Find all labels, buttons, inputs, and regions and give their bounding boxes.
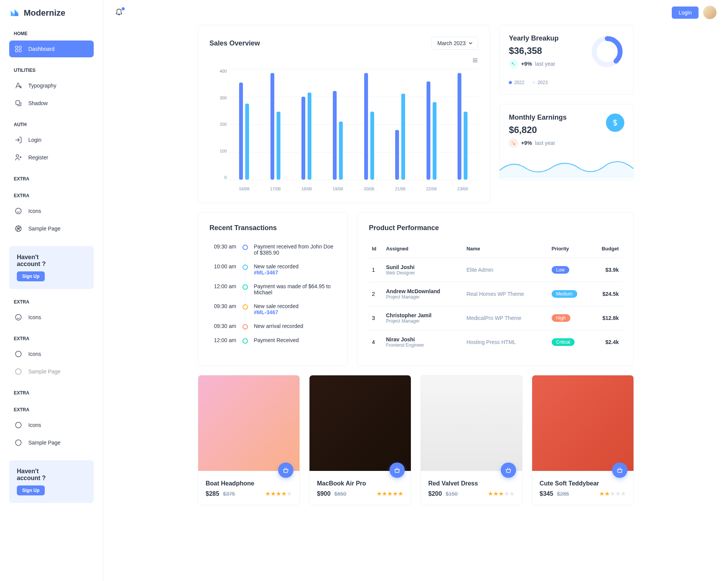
- logo-icon: [9, 8, 20, 18]
- sidebar: Modernize HOME Dashboard UTILITIES Typog…: [0, 0, 103, 581]
- typography-icon: [15, 82, 22, 89]
- nav-section-extra-1: EXTRA: [9, 175, 94, 183]
- table-row: 4 Nirav JoshiFrontend Engineer Hosting P…: [369, 330, 622, 354]
- register-icon: [15, 154, 22, 161]
- user-avatar[interactable]: [703, 6, 717, 19]
- notification-bell[interactable]: [115, 8, 124, 17]
- chart-menu-icon[interactable]: [210, 57, 479, 65]
- performance-card: Product Performance Id Assigned Name Pri…: [357, 212, 634, 366]
- nav-section-extra-5: EXTRA: [9, 389, 94, 397]
- signup-button[interactable]: Sign Up: [17, 271, 45, 281]
- logo[interactable]: Modernize: [9, 8, 94, 18]
- basket-icon: [505, 467, 512, 474]
- svg-rect-1: [19, 46, 21, 49]
- timeline-link[interactable]: #ML-3467: [254, 309, 278, 315]
- svg-point-8: [16, 315, 21, 320]
- table-row: 2 Andrew McDownlandProject Manager Real …: [369, 282, 622, 306]
- yearly-breakup-card: Yearly Breakup $36,358 ↖ +9% last year 2…: [499, 25, 634, 95]
- svg-rect-0: [16, 46, 18, 49]
- timeline-item: 12:00 am Payment Received: [210, 337, 336, 351]
- chevron-down-icon: [469, 41, 472, 45]
- earnings-sparkline: [500, 155, 633, 178]
- promo-box: Haven'taccount ? Sign Up: [9, 246, 94, 289]
- svg-rect-2: [16, 50, 18, 52]
- timeline-item: 10:00 am New sale recorded#ML-3467: [210, 263, 336, 283]
- timeline-item: 12:00 am Payment was made of $64.95 to M…: [210, 283, 336, 303]
- header: Login: [103, 0, 728, 25]
- shadow-icon: [15, 99, 22, 107]
- sales-bar-chart: 400300200100016/0817/0818/0819/0820/0821…: [210, 69, 479, 191]
- transactions-card: Recent Transactions 09:30 am Payment rec…: [198, 212, 348, 366]
- mood-icon: [15, 207, 22, 215]
- mood-icon: [15, 350, 22, 358]
- performance-title: Product Performance: [369, 224, 622, 232]
- trend-down-icon: ↘: [509, 138, 518, 148]
- nav-section-extra-6: EXTRA: [9, 406, 94, 414]
- svg-point-9: [16, 351, 21, 357]
- nav-sample-3[interactable]: Sample Page: [9, 434, 94, 451]
- nav-section-home: HOME: [9, 30, 94, 37]
- svg-point-6: [16, 208, 21, 214]
- timeline-item: 09:30 am New sale recorded#ML-3467: [210, 303, 336, 323]
- nav-typography[interactable]: Typography: [9, 77, 94, 94]
- add-to-cart-button[interactable]: [389, 463, 405, 478]
- nav-section-extra-4: EXTRA: [9, 335, 94, 342]
- nav-icons-1[interactable]: Icons: [9, 203, 94, 219]
- svg-point-10: [16, 369, 21, 375]
- nav-icons-4[interactable]: Icons: [9, 417, 94, 433]
- table-row: 3 Christopher JamilProject Manager Medic…: [369, 306, 622, 330]
- add-to-cart-button[interactable]: [278, 463, 293, 478]
- nav-login[interactable]: Login: [9, 131, 94, 148]
- nav-section-utilities: UTILITIES: [9, 67, 94, 74]
- basket-icon: [616, 467, 623, 474]
- table-row: 1 Sunil JoshiWeb Designer Elite Admin Lo…: [369, 258, 622, 282]
- signup-button-2[interactable]: Sign Up: [17, 485, 45, 495]
- product-card[interactable]: Red Valvet Dress $200 $150 ★★★★★: [420, 375, 523, 505]
- legend-2022: 2022: [509, 80, 524, 85]
- donut-chart: [590, 34, 624, 69]
- performance-table: Id Assigned Name Priority Budget 1 Sunil…: [369, 240, 622, 354]
- dashboard-icon: [15, 45, 22, 53]
- timeline-link[interactable]: #ML-3467: [254, 269, 278, 276]
- nav-dashboard[interactable]: Dashboard: [9, 41, 94, 57]
- mood-icon: [15, 313, 22, 321]
- nav-register[interactable]: Register: [9, 149, 94, 166]
- add-to-cart-button[interactable]: [501, 463, 516, 478]
- nav-section-auth: AUTH: [9, 121, 94, 128]
- login-button[interactable]: Login: [672, 6, 699, 19]
- product-card[interactable]: MacBook Air Pro $900 $650 ★★★★★: [309, 375, 411, 505]
- timeline-item: 09:30 am New arrival recorded: [210, 323, 336, 337]
- aperture-icon: [15, 368, 22, 375]
- svg-point-5: [16, 155, 19, 157]
- nav-icons-3[interactable]: Icons: [9, 346, 94, 362]
- nav-icons-2[interactable]: Icons: [9, 309, 94, 326]
- svg-rect-4: [16, 101, 20, 104]
- notification-dot: [122, 7, 125, 10]
- login-icon: [15, 136, 22, 144]
- monthly-earnings-card: Monthly Earnings $6,820 ↘ +9% last year: [499, 104, 634, 180]
- mood-icon: [15, 421, 22, 429]
- trend-up-icon: ↖: [509, 59, 518, 68]
- aperture-icon: [15, 225, 22, 232]
- timeline-item: 09:30 am Payment received from John Doe …: [210, 243, 336, 263]
- promo-box-2: Haven'taccount ? Sign Up: [9, 460, 94, 503]
- sales-overview-card: Sales Overview March 2023 40030020010001…: [198, 25, 490, 203]
- legend-2023: 2023: [532, 80, 548, 85]
- transactions-title: Recent Transactions: [210, 224, 336, 232]
- svg-point-12: [16, 440, 21, 446]
- month-select[interactable]: March 2023: [432, 37, 478, 50]
- basket-icon: [282, 467, 289, 474]
- nav-shadow[interactable]: Shadow: [9, 95, 94, 112]
- add-to-cart-button[interactable]: [612, 463, 627, 478]
- main-area: Login Sales Overview March 2023 40030020…: [103, 0, 728, 581]
- svg-point-11: [16, 422, 21, 428]
- svg-rect-3: [19, 50, 21, 52]
- dollar-icon: [606, 114, 624, 132]
- nav-sample-1[interactable]: Sample Page: [9, 220, 94, 237]
- nav-sample-2[interactable]: Sample Page: [9, 363, 94, 380]
- sales-title: Sales Overview: [210, 39, 260, 47]
- basket-icon: [394, 467, 401, 474]
- aperture-icon: [15, 439, 22, 446]
- product-card[interactable]: Cute Soft Teddybear $345 $285 ★★★★★: [532, 375, 634, 505]
- product-card[interactable]: Boat Headphone $285 $375 ★★★★★: [198, 375, 300, 505]
